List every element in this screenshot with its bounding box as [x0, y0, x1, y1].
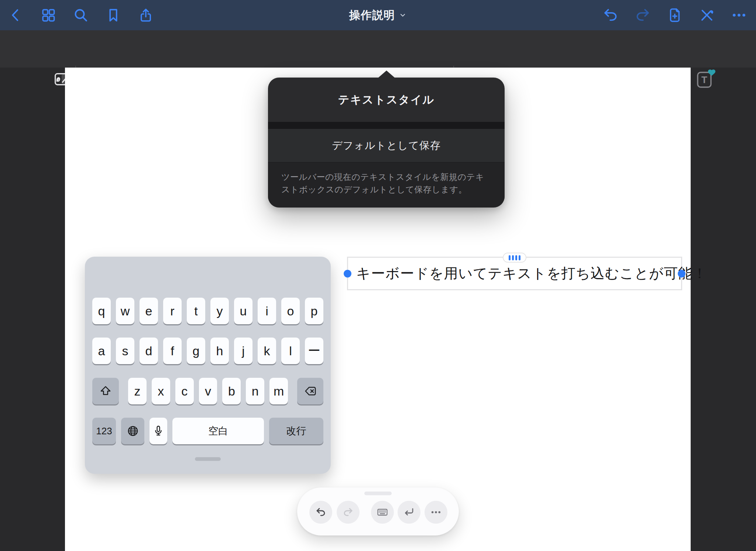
key[interactable]: f: [163, 338, 182, 364]
text-style-heart-icon: T: [696, 69, 717, 89]
key[interactable]: i: [258, 298, 276, 324]
popover-description: ツールバーの現在のテキストスタイルを新規のテキストボックスのデフォルトとして保存…: [268, 162, 505, 207]
keyboard-drag-handle[interactable]: [195, 457, 221, 461]
nav-left-group: [7, 0, 155, 30]
return-key[interactable]: 改行: [269, 418, 323, 444]
key[interactable]: k: [258, 338, 276, 364]
key[interactable]: p: [305, 298, 323, 324]
key[interactable]: q: [92, 298, 111, 324]
undo-icon: [315, 506, 327, 518]
chevron-left-icon: [8, 7, 24, 23]
keyboard-row-1: qwertyuiop: [92, 298, 323, 324]
key[interactable]: c: [175, 378, 194, 404]
globe-icon: [127, 425, 139, 437]
canvas-text-box[interactable]: キーボードを用いてテキストを打ち込むことが可能！: [347, 257, 682, 290]
add-page-icon: [667, 7, 683, 23]
app-screen: 操作説明: [0, 0, 756, 551]
key[interactable]: g: [187, 338, 205, 364]
key[interactable]: v: [199, 378, 217, 404]
back-button[interactable]: [7, 6, 25, 24]
key[interactable]: u: [234, 298, 252, 324]
tools-toolbar: T YuGo-Medium 30 T: [0, 30, 756, 68]
bookmark-button[interactable]: [104, 6, 122, 24]
key[interactable]: e: [140, 298, 158, 324]
top-navigation-bar: 操作説明: [0, 0, 756, 30]
add-page-button[interactable]: [666, 6, 684, 24]
key[interactable]: l: [281, 338, 300, 364]
key[interactable]: o: [281, 298, 300, 324]
key[interactable]: d: [140, 338, 158, 364]
svg-text:T: T: [701, 74, 707, 85]
popover-title: テキストスタイル: [268, 78, 505, 122]
redo-icon: [635, 7, 650, 23]
mic-key[interactable]: [150, 418, 167, 444]
key[interactable]: r: [163, 298, 182, 324]
more-options-button[interactable]: [730, 6, 748, 24]
more-actions-button[interactable]: [425, 501, 447, 524]
grid-icon: [41, 7, 56, 23]
keyboard-row-4: 123 空白 改行: [92, 418, 323, 444]
keyboard-row-3-letters: zxcvbnm: [128, 378, 288, 404]
undo-icon: [603, 7, 618, 23]
keyboard-row-2: asdfghjklー: [92, 338, 323, 364]
onscreen-keyboard: qwertyuiop asdfghjklー zxcvbnm 123 空白 改行: [85, 257, 331, 474]
key[interactable]: j: [234, 338, 252, 364]
keyboard-icon: [377, 506, 388, 518]
numbers-key[interactable]: 123: [92, 418, 116, 444]
key[interactable]: h: [210, 338, 229, 364]
search-button[interactable]: [72, 6, 90, 24]
keyboard-row-3: zxcvbnm: [92, 378, 323, 404]
textbox-resize-handle-left[interactable]: [344, 270, 351, 277]
quick-undo-button[interactable]: [309, 501, 332, 524]
return-arrow-icon: [403, 506, 415, 518]
text-style-popover: テキストスタイル デフォルトとして保存 ツールバーの現在のテキストスタイルを新規…: [268, 78, 505, 208]
key[interactable]: x: [152, 378, 170, 404]
shift-icon: [99, 385, 112, 397]
backspace-icon: [304, 385, 317, 397]
key[interactable]: ー: [305, 338, 323, 364]
save-as-default-button[interactable]: デフォルトとして保存: [268, 129, 505, 162]
chevron-down-icon: [399, 11, 407, 19]
key[interactable]: b: [222, 378, 241, 404]
popover-separator: [268, 122, 505, 129]
pencil-slash-icon: [699, 7, 715, 23]
key[interactable]: m: [269, 378, 288, 404]
popover-arrow: [378, 71, 395, 78]
search-icon: [73, 7, 89, 23]
ellipsis-icon: [430, 506, 442, 518]
textbox-drag-handle[interactable]: [503, 253, 526, 263]
globe-key[interactable]: [121, 418, 144, 444]
text-style-favorite-button[interactable]: T: [696, 69, 717, 89]
floating-quick-toolbar: [297, 487, 459, 535]
page-title: 操作説明: [349, 8, 395, 23]
ellipsis-icon: [731, 7, 747, 23]
key[interactable]: w: [116, 298, 134, 324]
share-button[interactable]: [137, 6, 155, 24]
share-icon: [138, 7, 154, 23]
redo-button[interactable]: [634, 6, 652, 24]
undo-button[interactable]: [602, 6, 619, 24]
key[interactable]: y: [210, 298, 229, 324]
key[interactable]: a: [92, 338, 111, 364]
hide-keyboard-button[interactable]: [371, 501, 394, 524]
readonly-toggle-button[interactable]: [698, 6, 716, 24]
redo-icon: [342, 506, 354, 518]
thumbnails-button[interactable]: [39, 6, 57, 24]
delete-key[interactable]: [297, 378, 323, 404]
insert-linebreak-button[interactable]: [398, 501, 420, 524]
key[interactable]: t: [187, 298, 205, 324]
key[interactable]: s: [116, 338, 134, 364]
textbox-text: キーボードを用いてテキストを打ち込むことが可能！: [348, 264, 707, 283]
key[interactable]: n: [246, 378, 264, 404]
space-key[interactable]: 空白: [172, 418, 264, 444]
quick-redo-button[interactable]: [337, 501, 360, 524]
textbox-resize-handle-right[interactable]: [678, 270, 685, 277]
mic-icon: [152, 425, 165, 437]
bookmark-icon: [106, 7, 121, 23]
pill-drag-handle[interactable]: [364, 492, 392, 495]
shift-key[interactable]: [92, 378, 119, 404]
key[interactable]: z: [128, 378, 147, 404]
nav-right-group: [602, 0, 748, 30]
